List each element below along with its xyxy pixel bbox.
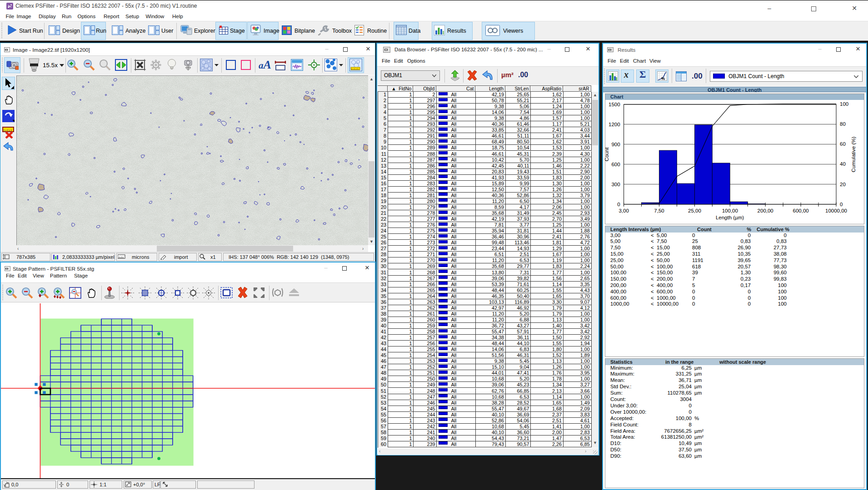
svg-text:600: 600 <box>611 162 620 167</box>
svg-text:300: 300 <box>611 182 620 187</box>
svg-text:600,00: 600,00 <box>793 208 809 213</box>
svg-text:80: 80 <box>840 121 846 127</box>
svg-text:900: 900 <box>611 142 620 147</box>
svg-text:1200: 1200 <box>609 122 620 127</box>
svg-text:1500: 1500 <box>609 102 620 107</box>
svg-text:3,00: 3,00 <box>619 208 629 213</box>
svg-text:100: 100 <box>840 101 848 107</box>
svg-text:0: 0 <box>617 202 620 207</box>
svg-text:100,00: 100,00 <box>722 208 738 213</box>
svg-text:Cumulative (%): Cumulative (%) <box>851 137 856 173</box>
svg-text:200,00: 200,00 <box>758 208 773 213</box>
svg-text:Count: Count <box>604 147 609 161</box>
svg-text:60: 60 <box>840 141 846 147</box>
svg-text:7,50: 7,50 <box>654 208 664 213</box>
svg-text:10000,00: 10000,00 <box>825 208 847 213</box>
svg-text:0: 0 <box>840 202 843 207</box>
svg-text:20: 20 <box>840 182 846 187</box>
svg-text:%: % <box>661 76 665 81</box>
svg-text:25,00: 25,00 <box>688 208 701 213</box>
svg-text:Length (µm): Length (µm) <box>716 215 744 220</box>
svg-text:40: 40 <box>840 161 846 167</box>
